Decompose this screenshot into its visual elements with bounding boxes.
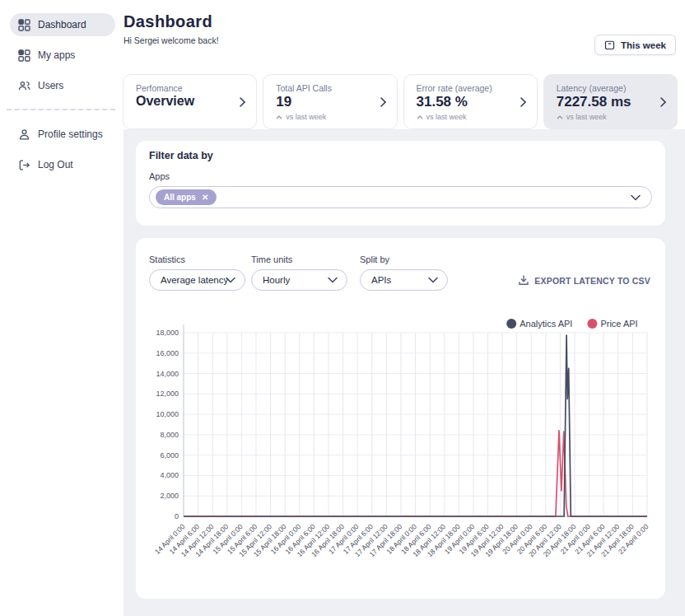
- card-label: Total API Calls: [276, 83, 375, 93]
- svg-text:6,000: 6,000: [160, 451, 179, 460]
- chevron-right-icon[interactable]: [660, 97, 666, 107]
- trend-up-icon: [417, 115, 423, 119]
- period-label: This week: [621, 40, 666, 50]
- svg-text:2,000: 2,000: [160, 492, 179, 500]
- sidebar-divider: [7, 109, 115, 110]
- chevron-right-icon[interactable]: [380, 97, 386, 107]
- time-units-label: Time units: [251, 254, 347, 264]
- card-trend: vs last week: [276, 113, 375, 121]
- chevron-right-icon[interactable]: [520, 97, 526, 107]
- page-title: Dashboard: [123, 12, 685, 31]
- grid-icon: [18, 49, 30, 62]
- latency-line-chart[interactable]: 02,0004,0006,0008,00010,00012,00014,0001…: [149, 315, 652, 586]
- statistics-dropdown[interactable]: Average latency: [149, 269, 245, 291]
- card-value: 31.58 %: [417, 94, 515, 110]
- sidebar-item-users[interactable]: Users: [10, 74, 115, 97]
- svg-text:18,000: 18,000: [156, 329, 179, 337]
- sidebar-item-profile-settings[interactable]: Profile settings: [10, 123, 115, 146]
- logout-icon: [18, 159, 30, 171]
- chevron-down-icon: [428, 278, 438, 283]
- export-csv-button[interactable]: EXPORT LATENCY TO CSV: [519, 275, 650, 286]
- statistics-panel: Statistics Average latency Time units Ho…: [136, 238, 665, 599]
- card-note-label: vs last week: [566, 113, 607, 121]
- time-units-dropdown[interactable]: Hourly: [251, 269, 347, 291]
- card-label: Error rate (average): [417, 83, 515, 93]
- sidebar-item-log-out[interactable]: Log Out: [10, 153, 115, 176]
- card-total-api-calls[interactable]: Total API Calls 19 vs last week: [263, 74, 397, 129]
- legend-label: Analytics API: [520, 319, 572, 329]
- split-by-value: APIs: [371, 275, 391, 285]
- card-value: 19: [276, 94, 375, 110]
- card-trend: vs last week: [557, 113, 655, 121]
- svg-text:4,000: 4,000: [160, 471, 179, 479]
- sidebar-item-label: Log Out: [38, 159, 73, 170]
- card-note-label: vs last week: [426, 113, 467, 121]
- trend-up-icon: [557, 115, 563, 119]
- chip-label: All apps: [164, 193, 196, 202]
- svg-text:16,000: 16,000: [156, 349, 179, 357]
- card-value: 7227.58 ms: [557, 94, 655, 110]
- svg-text:12,000: 12,000: [156, 390, 179, 398]
- download-icon: [519, 275, 529, 286]
- trend-up-icon: [276, 115, 282, 119]
- card-performance-overview[interactable]: Perfomance Overview: [123, 74, 257, 129]
- chevron-down-icon: [226, 278, 235, 283]
- card-value: Overview: [136, 94, 235, 109]
- app-root: Dashboard My apps: [0, 0, 685, 616]
- apps-multiselect[interactable]: All apps ✕: [149, 186, 652, 208]
- time-units-control: Time units Hourly: [251, 254, 347, 291]
- calendar-icon: [604, 40, 615, 50]
- sidebar-item-label: Dashboard: [38, 19, 86, 30]
- sidebar-item-my-apps[interactable]: My apps: [10, 44, 115, 67]
- svg-text:0: 0: [175, 512, 179, 520]
- statistics-label: Statistics: [149, 254, 245, 264]
- main-area: Dashboard Hi Sergei welcome back! This w…: [123, 0, 685, 616]
- legend-label: Price API: [600, 319, 637, 329]
- svg-text:8,000: 8,000: [160, 431, 179, 439]
- sidebar: Dashboard My apps: [0, 0, 123, 616]
- split-by-control: Split by APIs: [360, 254, 448, 291]
- filter-panel: Filter data by Apps All apps ✕: [136, 141, 665, 226]
- content-area: Filter data by Apps All apps ✕ Statisti: [123, 129, 685, 616]
- export-label: EXPORT LATENCY TO CSV: [534, 276, 650, 286]
- chevron-down-icon: [328, 278, 338, 283]
- card-trend: vs last week: [417, 113, 515, 121]
- sidebar-item-label: Profile settings: [38, 128, 103, 140]
- apps-field-label: Apps: [149, 171, 652, 181]
- stat-cards-row: Perfomance Overview Total API Calls 19 v…: [123, 74, 678, 129]
- card-label: Perfomance: [136, 83, 235, 93]
- remove-chip-icon[interactable]: ✕: [202, 194, 208, 202]
- sidebar-item-label: Users: [38, 80, 63, 91]
- sidebar-item-label: My apps: [38, 49, 75, 61]
- card-latency[interactable]: Latency (average) 7227.58 ms vs last wee…: [543, 74, 678, 129]
- statistics-value: Average latency: [161, 275, 228, 285]
- grid-icon: [18, 19, 30, 31]
- time-units-value: Hourly: [263, 275, 290, 285]
- svg-text:10,000: 10,000: [156, 410, 179, 418]
- card-error-rate[interactable]: Error rate (average) 31.58 % vs last wee…: [403, 74, 538, 129]
- filter-title: Filter data by: [149, 150, 652, 161]
- chevron-right-icon[interactable]: [240, 97, 245, 107]
- split-by-label: Split by: [360, 254, 448, 264]
- page-header: Dashboard Hi Sergei welcome back! This w…: [123, 0, 685, 74]
- chevron-down-icon[interactable]: [631, 194, 641, 200]
- sidebar-item-dashboard[interactable]: Dashboard: [10, 13, 115, 36]
- split-by-dropdown[interactable]: APIs: [360, 269, 448, 291]
- card-label: Latency (average): [557, 83, 655, 93]
- all-apps-chip: All apps ✕: [156, 189, 217, 205]
- chart-controls-row: Statistics Average latency Time units Ho…: [149, 254, 652, 291]
- person-icon: [18, 128, 30, 141]
- latency-chart-container: 02,0004,0006,0008,00010,00012,00014,0001…: [149, 315, 652, 586]
- this-week-button[interactable]: This week: [594, 35, 676, 55]
- statistics-control: Statistics Average latency: [149, 254, 245, 291]
- svg-text:14,000: 14,000: [156, 370, 179, 378]
- card-note-label: vs last week: [286, 113, 326, 121]
- users-icon: [18, 80, 30, 92]
